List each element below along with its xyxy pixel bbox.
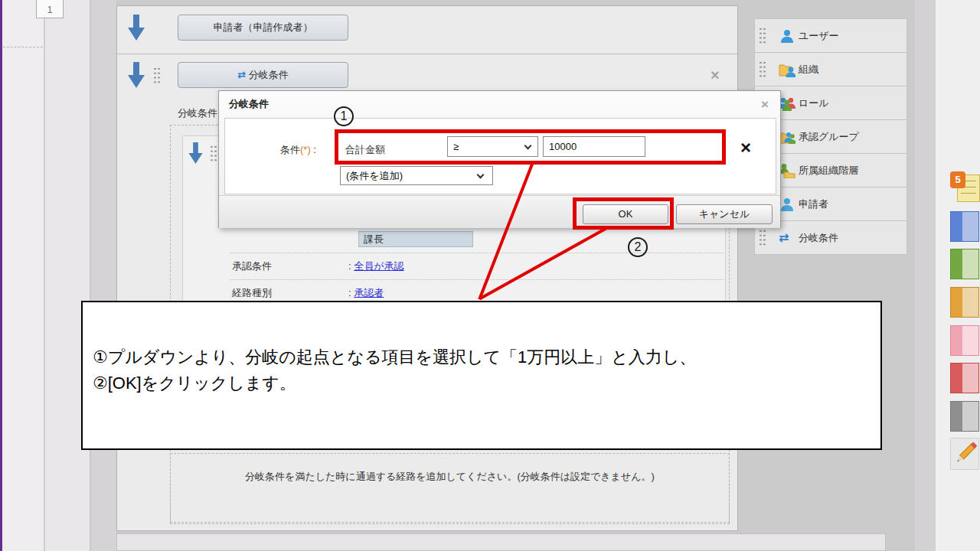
callout-2: 2 (628, 237, 648, 257)
flow-down-arrow-icon (128, 15, 145, 41)
sidebar-item-label: 申請者 (799, 187, 828, 220)
drag-handle[interactable] (153, 67, 161, 84)
branch-node-button[interactable]: ⇄ 分岐条件 (178, 62, 348, 88)
user-icon (779, 28, 795, 44)
approval-condition-label: 承認条件 (232, 259, 272, 273)
sidebar-item-label: 分岐条件 (799, 221, 838, 254)
instruction-line-1: ①プルダウンより、分岐の起点となる項目を選択して「1万円以上」と入力し、 (93, 344, 873, 370)
cancel-button[interactable]: キャンセル (676, 204, 773, 224)
approval-condition-link[interactable]: 全員が承認 (354, 260, 403, 272)
sidebar-item-user[interactable]: ユーザー (755, 19, 906, 53)
count-badge: 5 (950, 171, 965, 188)
sidebar-item-organization[interactable]: 組織 (755, 53, 906, 86)
drag-handle[interactable] (759, 27, 766, 44)
approval-condition-value: : 全員が承認 (348, 259, 404, 273)
dotted-separator (230, 253, 724, 253)
required-mark: (*) (300, 144, 311, 155)
start-node-button[interactable]: 申請者（申請作成者） (178, 15, 348, 41)
instruction-line-2: ②[OK]をクリックします。 (93, 370, 873, 396)
sidebar-item-label: 組織 (799, 53, 818, 86)
approval-group-icon (779, 129, 795, 145)
sidebar-item-label: ロール (799, 86, 829, 119)
chevron-down-icon (477, 171, 485, 179)
blue-chip (950, 211, 979, 242)
pencil-icon (951, 439, 978, 469)
applicant-icon (779, 197, 795, 212)
approver-chip[interactable]: 課長 (358, 231, 473, 247)
organization-icon (779, 62, 795, 77)
dialog-close-icon[interactable]: × (761, 99, 769, 111)
edit-pencil-button[interactable] (950, 438, 979, 470)
route-type-value: : 承認者 (348, 286, 384, 300)
condition-label-text: 条件 (280, 144, 300, 155)
next-section-strip (116, 533, 886, 551)
role-icon (779, 96, 795, 111)
pink-chip (950, 325, 979, 356)
red-chip (950, 363, 979, 393)
row-divider (117, 54, 737, 54)
sidebar-item-label: 承認グループ (799, 120, 859, 153)
drag-handle[interactable] (210, 145, 217, 162)
pane-gutter (45, 0, 90, 551)
sidebar-item-label: 所属組織階層 (799, 154, 858, 187)
branch-node-label: 分岐条件 (249, 69, 289, 80)
branch-icon: ⇄ (237, 69, 246, 80)
colon: : (348, 287, 351, 298)
orange-chip (950, 287, 979, 318)
drag-handle[interactable] (759, 229, 766, 246)
right-gutter (915, 0, 936, 551)
slide-number-box[interactable]: 1 (36, 0, 64, 18)
remove-condition-icon[interactable]: × (740, 137, 751, 158)
ok-highlight-rect (573, 197, 674, 230)
callout-1: 1 (334, 106, 354, 126)
drag-handle[interactable] (759, 60, 766, 78)
thumbnail-divider (3, 47, 43, 47)
org-hierarchy-icon (779, 163, 795, 178)
instruction-note: ①プルダウンより、分岐の起点となる項目を選択して「1万円以上」と入力し、 ②[O… (81, 301, 882, 450)
route-type-label: 経路種別 (232, 286, 272, 300)
colon: : (311, 144, 316, 155)
add-condition-select[interactable]: (条件を追加) (340, 166, 493, 185)
remove-branch-icon[interactable]: × (710, 69, 720, 81)
slide-thumbnail-pane (2, 0, 44, 551)
route-type-link[interactable]: 承認者 (354, 287, 384, 298)
colon: : (348, 260, 351, 272)
add-condition-value: (条件を追加) (346, 170, 403, 181)
add-route-hint: 分岐条件を満たした時に通過する経路を追加してください。(分岐条件は設定できません… (170, 453, 730, 523)
dialog-title: 分岐条件 (229, 97, 269, 111)
branch-field-label: 分岐条件 (178, 106, 217, 120)
dotted-separator (230, 279, 724, 280)
green-chip (950, 249, 979, 279)
sidebar-item-label: ユーザー (799, 19, 839, 52)
condition-highlight-rect (335, 129, 726, 165)
flow-down-arrow-icon (188, 142, 203, 164)
flow-down-arrow-icon (128, 62, 145, 88)
condition-label: 条件(*) : (280, 143, 316, 157)
canvas-gutter (91, 0, 116, 551)
gray-chip (950, 401, 979, 432)
branch-icon: ⇄ (779, 230, 795, 246)
